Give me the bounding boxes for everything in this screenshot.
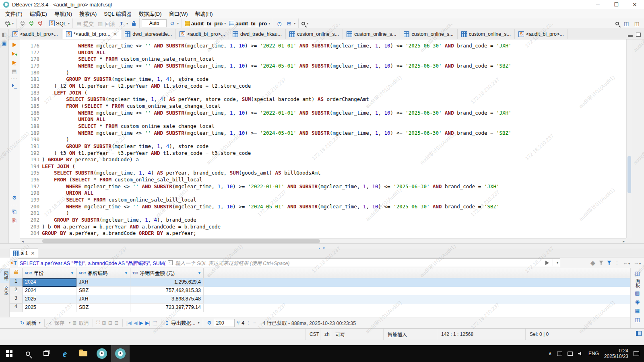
- save-button[interactable]: 保存: [54, 319, 64, 327]
- database-navigator-icon[interactable]: ▣: [1, 39, 8, 47]
- cell[interactable]: SBZ: [76, 287, 130, 295]
- rollback-button[interactable]: ▥回滚: [96, 19, 116, 28]
- row-number[interactable]: 4: [10, 304, 23, 312]
- value-panel-icon[interactable]: ◫: [634, 316, 641, 323]
- minimize-editor-icon[interactable]: [628, 35, 633, 37]
- cell[interactable]: 1,295,629.4: [130, 278, 204, 287]
- fetch-size-input[interactable]: 200: [214, 319, 235, 327]
- editor-tab-6[interactable]: custom_online_s...: [343, 29, 400, 39]
- filter-history-dropdown[interactable]: ▾: [557, 261, 558, 265]
- taskbar-clock[interactable]: 0:24 2025/10/23: [604, 348, 628, 359]
- last-page-icon[interactable]: ▶|: [145, 320, 151, 326]
- editor-horizontal-scrollbar[interactable]: ◂ ▸: [20, 238, 626, 243]
- editor-tab-1[interactable]: *<audit_bi_pro...✕: [62, 29, 121, 39]
- first-page-icon[interactable]: |◀: [126, 320, 132, 326]
- editor-tab-3[interactable]: <audit_bi_pro>...: [176, 29, 229, 39]
- editor-tab-8[interactable]: custom_online_s...: [458, 29, 515, 39]
- status-panel-icon[interactable]: [636, 331, 642, 336]
- maximize-editor-icon[interactable]: [636, 33, 641, 37]
- close-button[interactable]: ✕: [625, 0, 644, 9]
- record-icon[interactable]: ◉: [634, 298, 641, 305]
- chevron-down-icon[interactable]: ▼: [70, 271, 74, 275]
- database-selector[interactable]: audit_bi_pro▾: [184, 20, 227, 27]
- table-row[interactable]: 42025SBZ723,397,779.14: [10, 304, 630, 312]
- editor-vertical-scrollbar[interactable]: [626, 39, 632, 238]
- close-tab-icon[interactable]: ✕: [113, 31, 117, 37]
- execute-script-button[interactable]: ▶̲: [11, 59, 18, 66]
- cell[interactable]: 723,397,779.14: [130, 304, 204, 312]
- network-tray-icon[interactable]: [568, 352, 573, 356]
- row-delete-icon[interactable]: ⊡: [114, 320, 118, 326]
- expand-filter-icon[interactable]: [168, 260, 173, 265]
- cell[interactable]: SBZ: [76, 304, 130, 312]
- editor-tab-0[interactable]: <audit_bi_pro>...: [9, 29, 62, 39]
- sql-editor-button[interactable]: SQL▾: [48, 20, 70, 27]
- cell[interactable]: 2025: [23, 304, 76, 312]
- dbeaver-taskbar-button-active[interactable]: [111, 345, 130, 362]
- goto-row-icon[interactable]: ⬚: [153, 320, 157, 326]
- menu-item-0[interactable]: 文件(F): [2, 9, 26, 18]
- next-page-icon[interactable]: ▶: [139, 320, 143, 326]
- column-header-brand[interactable]: ABC品牌编码▼: [76, 268, 130, 278]
- refresh-button[interactable]: 刷新: [26, 319, 36, 327]
- editor-tab-2[interactable]: dwd_storesettle...: [121, 29, 176, 39]
- show-hidden-icons-button[interactable]: ∧: [548, 351, 552, 356]
- close-result-icon[interactable]: ✕: [31, 251, 35, 256]
- text-view-tab[interactable]: 文本: [0, 284, 9, 298]
- execute-new-tab-button[interactable]: [11, 50, 18, 57]
- commit-mode-combo[interactable]: Auto: [142, 19, 167, 27]
- search-menu-button[interactable]: ▾: [301, 21, 309, 26]
- panels-label[interactable]: 面板: [634, 278, 641, 288]
- menu-item-6[interactable]: 窗口(W): [165, 9, 192, 18]
- time-icon[interactable]: ◷: [275, 19, 283, 27]
- schema-selector[interactable]: audit_bi_pro▾: [228, 20, 271, 27]
- cell[interactable]: 2024: [23, 278, 76, 287]
- results-grid[interactable]: ABC年份▼ ABC品牌编码▼ 123净销售金额 (元)▼ 12024JXH1,…: [10, 268, 630, 324]
- corner-lock-cell[interactable]: [10, 268, 23, 278]
- menu-item-4[interactable]: SQL 编辑器: [100, 9, 135, 18]
- calc-panel-icon[interactable]: ▩: [634, 289, 641, 296]
- ie-taskbar-button[interactable]: e: [56, 345, 74, 362]
- commit-button[interactable]: ▤提交: [75, 19, 95, 28]
- metadata-panel-icon[interactable]: ▦: [634, 307, 641, 314]
- custom-filter-icon[interactable]: [607, 261, 611, 265]
- refresh-icon[interactable]: ↻: [20, 320, 24, 326]
- cell[interactable]: 757,462,815.33: [130, 287, 204, 295]
- cancel-button[interactable]: 取消: [79, 319, 89, 327]
- table-row[interactable]: 32025JXH3,898,875.48: [10, 295, 630, 304]
- transaction-log-button[interactable]: ↺▾: [168, 19, 180, 27]
- menu-item-3[interactable]: 搜索(A): [76, 9, 100, 18]
- vscroll-thumb[interactable]: [627, 156, 631, 193]
- export-result-icon[interactable]: ⎗: [11, 208, 18, 216]
- row-number[interactable]: 3: [10, 295, 23, 304]
- chevron-down-icon[interactable]: ▼: [124, 271, 128, 275]
- editor-tab-9[interactable]: <audit_bi_pro>...: [515, 29, 568, 39]
- grid-settings-gear-icon[interactable]: ⚙: [207, 320, 211, 326]
- chevron-down-icon[interactable]: ▼: [198, 271, 201, 275]
- nav-forward-icon[interactable]: →▾: [634, 260, 641, 266]
- execute-statement-button[interactable]: [11, 41, 18, 48]
- restore-view-icon[interactable]: ◧: [1, 31, 8, 38]
- input-language[interactable]: ENG: [588, 351, 599, 356]
- menu-item-1[interactable]: 编辑(E): [26, 9, 51, 18]
- editor-tab-4[interactable]: dwd_trade_hkau...: [229, 29, 286, 39]
- start-button[interactable]: [0, 345, 19, 362]
- hscroll-thumb[interactable]: [42, 239, 320, 243]
- new-connection-button[interactable]: ▾: [4, 20, 14, 27]
- layout-icon[interactable]: ◫: [634, 20, 640, 27]
- row-number[interactable]: 2: [10, 287, 23, 295]
- prev-page-icon[interactable]: ◀: [134, 320, 138, 326]
- notification-center-button[interactable]: [634, 351, 639, 356]
- sql-editor-area[interactable]: 1761771781791801811821831841851861871881…: [20, 39, 626, 238]
- remove-filter-icon[interactable]: [599, 261, 603, 265]
- script-preview-icon[interactable]: ▤: [11, 68, 18, 75]
- speaker-icon[interactable]: [578, 352, 583, 356]
- transaction-mode-button[interactable]: T▾: [118, 19, 129, 27]
- result-tab[interactable]: a 1 ✕: [10, 249, 38, 257]
- apply-filter-icon[interactable]: [545, 261, 549, 265]
- quick-search-icon[interactable]: [615, 22, 619, 25]
- table-row[interactable]: 12024JXH1,295,629.4: [10, 278, 630, 287]
- cell[interactable]: 2024: [23, 287, 76, 295]
- editor-results-sash[interactable]: ▴ ▾: [0, 243, 644, 249]
- editor-tab-7[interactable]: custom_online_s...: [400, 29, 457, 39]
